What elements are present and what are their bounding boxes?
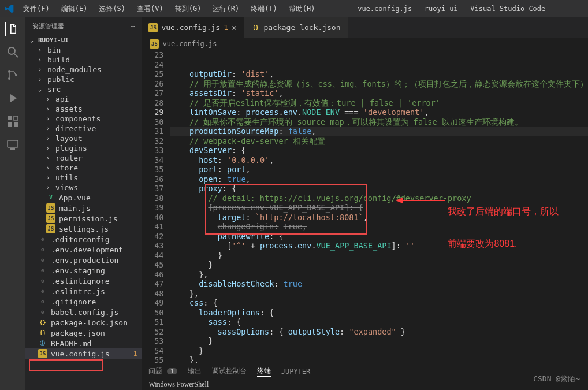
item-label: package.json xyxy=(51,329,105,337)
file-item[interactable]: {}package.json xyxy=(25,328,142,338)
panel-tab[interactable]: JUPYTER xyxy=(281,367,311,376)
search-icon[interactable] xyxy=(6,45,20,59)
item-label: api xyxy=(55,95,69,103)
item-label: bin xyxy=(47,46,61,54)
folder-item[interactable]: ›router xyxy=(25,153,142,163)
svg-rect-9 xyxy=(8,140,18,147)
item-label: App.vue xyxy=(59,194,91,202)
file-item[interactable]: ⚙.env.development xyxy=(25,244,142,255)
file-item[interactable]: ⚙.eslintignore xyxy=(25,276,142,286)
item-label: utils xyxy=(55,173,78,182)
panel-tab[interactable]: 输出 xyxy=(188,366,202,376)
menu-item[interactable]: 帮助(H) xyxy=(284,2,320,16)
vscode-logo-icon xyxy=(5,4,14,13)
tree-root[interactable]: ⌄ RUOYI-UI xyxy=(25,35,142,45)
title-bar: 文件(F)编辑(E)选择(S)查看(V)转到(G)运行(R)终端(T)帮助(H)… xyxy=(0,0,588,17)
editor-tabs: JSvue.config.js1×{}package-lock.json xyxy=(142,17,588,38)
folder-item[interactable]: ›components xyxy=(25,114,142,124)
item-label: .gitignore xyxy=(51,298,96,306)
svg-rect-6 xyxy=(8,122,12,127)
file-item[interactable]: ⚙.env.staging xyxy=(25,265,142,276)
folder-item[interactable]: ›plugins xyxy=(25,143,142,153)
menu-item[interactable]: 选择(S) xyxy=(94,2,130,16)
menu-item[interactable]: 终端(T) xyxy=(246,2,282,16)
folder-item[interactable]: ›views xyxy=(25,183,142,192)
chevron-icon: › xyxy=(38,76,44,83)
folder-item[interactable]: ›assets xyxy=(25,104,142,114)
file-item[interactable]: JSvue.config.js1 xyxy=(25,348,142,359)
editor-tab[interactable]: JSvue.config.js1× xyxy=(142,17,244,38)
item-label: plugins xyxy=(55,144,87,153)
item-label: README.md xyxy=(51,339,91,348)
file-item[interactable]: {}package-lock.json xyxy=(25,317,142,328)
folder-item[interactable]: ›store xyxy=(25,163,142,173)
remote-icon[interactable] xyxy=(6,138,20,151)
item-label: public xyxy=(47,75,75,84)
folder-item[interactable]: ›utils xyxy=(25,173,142,183)
svg-rect-7 xyxy=(14,122,18,127)
sidebar-title: 资源管理器 xyxy=(32,22,64,31)
menu-item[interactable]: 编辑(E) xyxy=(57,2,92,16)
annotation-text: 我改了后端的端口号，所以 前端要改为8081. xyxy=(448,188,559,268)
terminal-content[interactable]: Windows PowerShell xyxy=(142,379,588,390)
chevron-icon: › xyxy=(38,57,44,63)
file-item[interactable]: ⚙.env.production xyxy=(25,255,142,265)
explorer-icon[interactable] xyxy=(5,22,19,36)
folder-item[interactable]: ›api xyxy=(25,94,142,104)
file-item[interactable]: JSpermission.js xyxy=(25,213,142,224)
folder-item[interactable]: ›layout xyxy=(25,133,142,143)
item-label: babel.config.js xyxy=(51,308,118,317)
chevron-icon: › xyxy=(38,66,44,73)
item-label: .env.production xyxy=(51,256,118,265)
sidebar-actions: ⋯ xyxy=(131,23,135,30)
source-control-icon[interactable] xyxy=(6,68,20,82)
file-item[interactable]: JSmain.js xyxy=(25,203,142,213)
item-label: node_modules xyxy=(47,65,102,74)
menu-item[interactable]: 运行(R) xyxy=(208,2,244,16)
item-label: permission.js xyxy=(59,214,118,223)
file-item[interactable]: ⓘREADME.md xyxy=(25,338,142,348)
code-editor[interactable]: 2324252627282930313233343536373839404142… xyxy=(142,50,588,363)
extensions-icon[interactable] xyxy=(6,114,20,128)
file-item[interactable]: ⚙.eslintrc.js xyxy=(25,286,142,296)
svg-point-2 xyxy=(8,70,10,73)
folder-item[interactable]: ›directive xyxy=(25,124,142,133)
item-label: package-lock.json xyxy=(51,318,128,327)
chevron-icon: › xyxy=(46,184,52,191)
more-icon[interactable]: ⋯ xyxy=(131,23,135,30)
item-label: build xyxy=(47,55,70,64)
modified-badge: 1 xyxy=(133,350,137,358)
item-label: components xyxy=(55,114,101,123)
file-item[interactable]: JSsettings.js xyxy=(25,224,142,234)
folder-item[interactable]: ›public xyxy=(25,75,142,84)
folder-item[interactable]: ›node_modules xyxy=(25,65,142,75)
file-item[interactable]: ⚙.editorconfig xyxy=(25,234,142,244)
menu-item[interactable]: 文件(F) xyxy=(18,2,54,16)
breadcrumb[interactable]: JS vue.config.js xyxy=(142,38,588,50)
svg-line-1 xyxy=(14,54,18,57)
svg-rect-10 xyxy=(10,148,15,150)
activity-bar xyxy=(0,17,25,390)
panel-tab[interactable]: 终端 xyxy=(257,366,271,377)
chevron-down-icon: ⌄ xyxy=(30,37,36,43)
chevron-icon: › xyxy=(46,125,52,132)
code-content[interactable]: outputDir: 'dist', // 用于放置生成的静态资源（js、css… xyxy=(170,50,588,363)
chevron-icon: › xyxy=(46,174,52,181)
close-icon[interactable]: × xyxy=(232,23,236,32)
file-item[interactable]: VApp.vue xyxy=(25,192,142,203)
folder-item[interactable]: ›bin xyxy=(25,45,142,55)
item-label: layout xyxy=(55,134,83,143)
folder-item[interactable]: ›build xyxy=(25,55,142,65)
panel-tab[interactable]: 问题 1 xyxy=(148,366,177,376)
menu-item[interactable]: 转到(G) xyxy=(170,2,206,16)
chevron-icon: › xyxy=(46,165,52,171)
editor-tab[interactable]: {}package-lock.json xyxy=(244,17,348,38)
run-debug-icon[interactable] xyxy=(6,91,20,105)
panel-tab[interactable]: 调试控制台 xyxy=(212,366,247,376)
file-item[interactable]: ⚙.gitignore xyxy=(25,296,142,307)
folder-item[interactable]: ⌄src xyxy=(25,84,142,94)
chevron-icon: › xyxy=(46,106,52,112)
menu-item[interactable]: 查看(V) xyxy=(132,2,168,16)
js-file-icon: JS xyxy=(150,39,159,49)
file-item[interactable]: ⚙babel.config.js xyxy=(25,307,142,317)
